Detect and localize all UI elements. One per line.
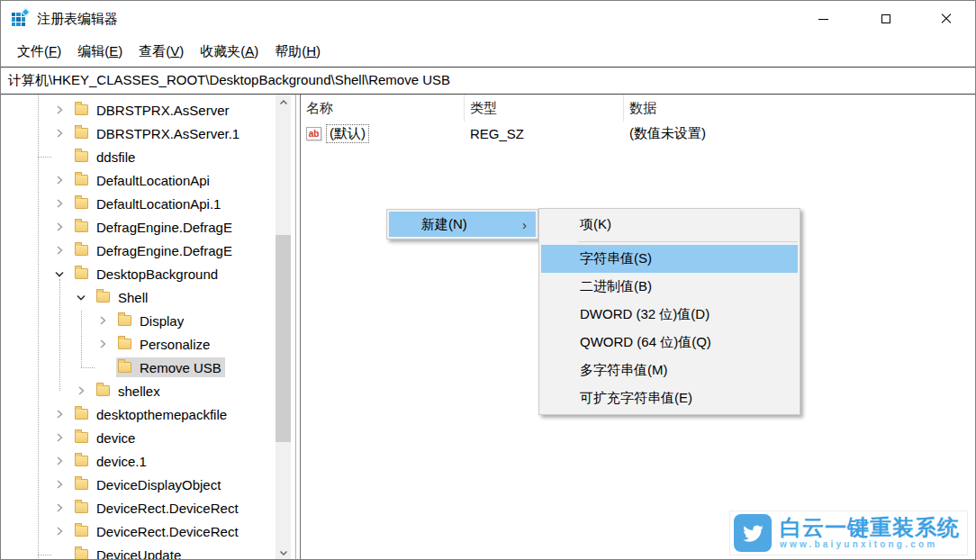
menu-item-binary-value[interactable]: 二进制值(B) (541, 273, 798, 301)
menu-favorites[interactable]: 收藏夹(A) (192, 40, 267, 64)
tree-item-device-1[interactable]: device.1 (1, 449, 295, 473)
tree-item-defragengine-defrage[interactable]: DefragEngine.DefragE (1, 239, 295, 262)
tree-item-dbrstprx-asserver-1[interactable]: DBRSTPRX.AsServer.1 (1, 122, 295, 145)
tree-item-defragengine-defrage[interactable]: DefragEngine.DefragE (1, 215, 295, 239)
menu-item-qword-64-value[interactable]: QWORD (64 位)值(Q) (541, 329, 798, 357)
tree-item-desktopbackground[interactable]: DesktopBackground (1, 262, 295, 285)
watermark-logo: 白云一键重装系统 www.baiyunxitong.com (729, 510, 968, 555)
tree-item-body: device (73, 428, 139, 447)
tree-item-devicerect-devicerect[interactable]: DeviceRect.DeviceRect (1, 496, 295, 519)
close-button[interactable] (917, 1, 975, 37)
folder-icon (75, 479, 88, 490)
menu-item-key[interactable]: 项(K) (541, 211, 798, 239)
menu-item-label: QWORD (64 位)值(Q) (580, 334, 711, 351)
menu-item-dword-32-value[interactable]: DWORD (32 位)值(D) (541, 301, 798, 329)
menu-item-label: 字符串值(S) (580, 250, 652, 267)
menu-file[interactable]: 文件(F) (9, 40, 69, 64)
chevron-right-icon[interactable] (52, 477, 67, 492)
chevron-right-icon[interactable] (95, 313, 110, 328)
folder-icon (75, 432, 88, 443)
titlebar: 注册表编辑器 (1, 1, 975, 37)
tree-spacer (52, 547, 67, 560)
chevron-right-icon[interactable] (52, 407, 67, 421)
tree-item-body: Personalize (116, 334, 213, 354)
chevron-right-icon[interactable] (52, 524, 67, 538)
chevron-right-icon[interactable] (52, 103, 67, 117)
tree-item-body: Shell (95, 287, 151, 307)
chevron-right-icon[interactable] (95, 337, 110, 351)
tree-item-label: Remove USB (139, 360, 221, 375)
chevron-right-icon[interactable] (52, 220, 67, 234)
scroll-up-button[interactable] (276, 95, 291, 110)
chevron-right-icon[interactable] (52, 501, 67, 515)
folder-icon (75, 526, 88, 537)
column-header-type[interactable]: 类型 (465, 95, 624, 122)
tree-item-body: DeviceRect.DeviceRect (73, 498, 242, 518)
chevron-right-icon[interactable] (52, 126, 67, 140)
tree-item-ddsfile[interactable]: ddsfile (1, 145, 295, 168)
value-data: (数值未设置) (629, 125, 706, 142)
list-header: 名称 类型 数据 (301, 95, 975, 122)
tree-item-label: device.1 (95, 454, 147, 469)
minimize-button[interactable] (791, 1, 854, 37)
menu-item-string-value[interactable]: 字符串值(S) (541, 245, 798, 273)
scrollbar-thumb[interactable] (276, 235, 291, 442)
value-type: REG_SZ (470, 126, 524, 141)
menubar: 文件(F) 编辑(E) 查看(V) 收藏夹(A) 帮助(H) (1, 37, 975, 67)
menu-item-multi-string-value[interactable]: 多字符串值(M) (541, 357, 798, 384)
menu-view[interactable]: 查看(V) (131, 40, 192, 64)
tree-item-device[interactable]: device (1, 426, 295, 449)
menu-help[interactable]: 帮助(H) (267, 40, 329, 64)
bird-icon (734, 514, 772, 552)
tree-item-deviceupdate[interactable]: DeviceUpdate (1, 543, 295, 560)
folder-icon (75, 502, 88, 513)
tree-item-defaultlocationapi-1[interactable]: DefaultLocationApi.1 (1, 192, 295, 215)
value-row-default[interactable]: ab (默认) REG_SZ (数值未设置) (301, 122, 975, 145)
folder-icon (96, 385, 110, 396)
column-header-data[interactable]: 数据 (624, 95, 975, 122)
address-bar[interactable]: 计算机\HKEY_CLASSES_ROOT\DesktopBackground\… (1, 67, 975, 95)
tree-item-shell[interactable]: Shell (1, 285, 295, 309)
tree-item-label: desktopthemepackfile (95, 407, 227, 422)
scroll-down-button[interactable] (276, 545, 291, 560)
tree-item-label: DefaultLocationApi.1 (95, 196, 221, 212)
tree-pane: DBRSTPRX.AsServerDBRSTPRX.AsServer.1ddsf… (1, 95, 296, 560)
folder-icon (118, 362, 131, 373)
menu-item-expandable-string-value[interactable]: 可扩充字符串值(E) (541, 384, 798, 412)
tree-item-remove-usb[interactable]: Remove USB (1, 356, 295, 379)
chevron-right-icon[interactable] (52, 173, 67, 187)
chevron-right-icon[interactable] (74, 384, 88, 398)
tree-item-body: ddsfile (73, 147, 139, 167)
tree-item-label: DefragEngine.DefragE (95, 243, 232, 258)
new-submenu: 项(K)字符串值(S)二进制值(B)DWORD (32 位)值(D)QWORD … (538, 208, 800, 415)
tree-item-shellex[interactable]: shellex (1, 379, 295, 402)
folder-icon (75, 268, 88, 279)
menu-edit[interactable]: 编辑(E) (69, 40, 131, 64)
menu-item-label: 二进制值(B) (580, 278, 652, 295)
tree-item-personalize[interactable]: Personalize (1, 332, 295, 356)
folder-icon (75, 128, 88, 139)
column-header-name[interactable]: 名称 (301, 95, 465, 122)
tree-item-desktopthemepackfile[interactable]: desktopthemepackfile (1, 402, 295, 426)
tree-item-body: DeviceUpdate (73, 545, 185, 560)
menu-item-new[interactable]: 新建(N) › (389, 212, 536, 237)
chevron-down-icon[interactable] (52, 266, 67, 281)
tree-item-body: device.1 (73, 451, 150, 471)
folder-icon (75, 198, 88, 209)
tree-item-label: Display (139, 313, 184, 329)
maximize-button[interactable] (854, 1, 917, 37)
tree-item-defaultlocationapi[interactable]: DefaultLocationApi (1, 168, 295, 192)
tree-item-body: desktopthemepackfile (73, 404, 230, 424)
tree-item-devicedisplayobject[interactable]: DeviceDisplayObject (1, 473, 295, 496)
menu-separator (578, 241, 798, 242)
tree-item-devicerect-devicerect[interactable]: DeviceRect.DeviceRect (1, 519, 295, 543)
window-title: 注册表编辑器 (37, 11, 118, 28)
chevron-down-icon[interactable] (74, 290, 88, 304)
chevron-right-icon[interactable] (52, 430, 67, 445)
tree-item-dbrstprx-asserver[interactable]: DBRSTPRX.AsServer (1, 98, 295, 122)
chevron-right-icon[interactable] (52, 243, 67, 257)
chevron-right-icon[interactable] (52, 196, 67, 211)
tree-scrollbar[interactable] (276, 95, 291, 560)
chevron-right-icon[interactable] (52, 454, 67, 468)
tree-item-display[interactable]: Display (1, 309, 295, 332)
